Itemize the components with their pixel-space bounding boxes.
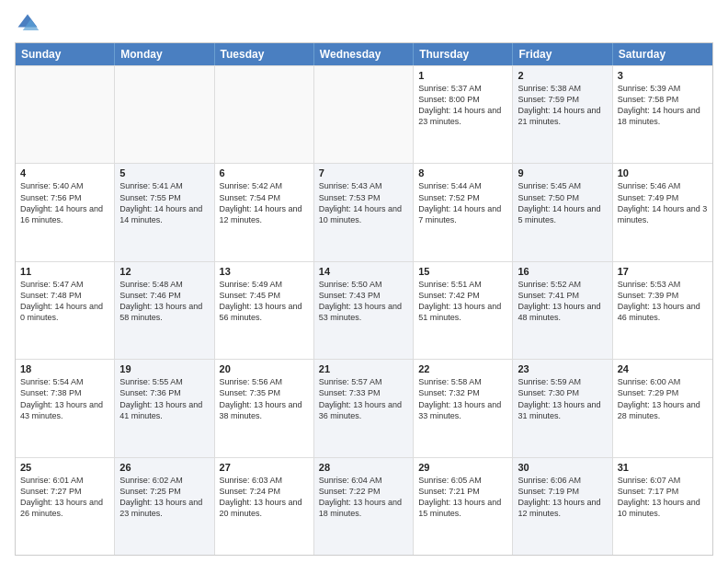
cell-details: Sunrise: 5:54 AM Sunset: 7:38 PM Dayligh… — [20, 376, 109, 421]
calendar-cell: 19Sunrise: 5:55 AM Sunset: 7:36 PM Dayli… — [115, 360, 214, 456]
page: SundayMondayTuesdayWednesdayThursdayFrid… — [0, 0, 728, 563]
day-number: 15 — [418, 266, 507, 277]
calendar-cell — [115, 66, 214, 163]
calendar-cell: 21Sunrise: 5:57 AM Sunset: 7:33 PM Dayli… — [314, 360, 414, 456]
cell-details: Sunrise: 5:47 AM Sunset: 7:48 PM Dayligh… — [20, 279, 109, 324]
calendar-cell: 24Sunrise: 6:00 AM Sunset: 7:29 PM Dayli… — [613, 360, 712, 456]
cell-details: Sunrise: 6:00 AM Sunset: 7:29 PM Dayligh… — [618, 376, 708, 421]
day-number: 1 — [418, 70, 507, 81]
cell-details: Sunrise: 6:05 AM Sunset: 7:21 PM Dayligh… — [418, 475, 507, 520]
day-number: 10 — [618, 167, 708, 178]
cell-details: Sunrise: 5:41 AM Sunset: 7:55 PM Dayligh… — [119, 180, 209, 225]
day-number: 27 — [220, 462, 309, 473]
cell-details: Sunrise: 5:45 AM Sunset: 7:50 PM Dayligh… — [518, 180, 607, 225]
day-number: 14 — [319, 266, 408, 277]
day-number: 3 — [618, 70, 708, 81]
calendar-cell: 28Sunrise: 6:04 AM Sunset: 7:22 PM Dayli… — [314, 458, 414, 555]
day-number: 31 — [618, 462, 708, 473]
calendar-cell: 4Sunrise: 5:40 AM Sunset: 7:56 PM Daylig… — [16, 164, 115, 260]
calendar-day-header: Thursday — [414, 43, 513, 65]
calendar-day-header: Tuesday — [215, 43, 314, 65]
calendar-cell: 30Sunrise: 6:06 AM Sunset: 7:19 PM Dayli… — [513, 458, 612, 555]
cell-details: Sunrise: 5:38 AM Sunset: 7:59 PM Dayligh… — [518, 83, 607, 128]
cell-details: Sunrise: 5:44 AM Sunset: 7:52 PM Dayligh… — [418, 180, 507, 225]
calendar-body: 1Sunrise: 5:37 AM Sunset: 8:00 PM Daylig… — [16, 65, 712, 555]
cell-details: Sunrise: 6:06 AM Sunset: 7:19 PM Dayligh… — [518, 475, 607, 520]
calendar-cell: 11Sunrise: 5:47 AM Sunset: 7:48 PM Dayli… — [16, 262, 115, 359]
day-number: 11 — [20, 266, 109, 277]
cell-details: Sunrise: 5:52 AM Sunset: 7:41 PM Dayligh… — [518, 279, 607, 324]
cell-details: Sunrise: 5:46 AM Sunset: 7:49 PM Dayligh… — [618, 180, 708, 225]
day-number: 17 — [618, 266, 708, 277]
logo-icon — [15, 11, 40, 37]
calendar-cell: 13Sunrise: 5:49 AM Sunset: 7:45 PM Dayli… — [215, 262, 314, 359]
cell-details: Sunrise: 5:58 AM Sunset: 7:32 PM Dayligh… — [418, 376, 507, 421]
header — [15, 11, 713, 37]
day-number: 26 — [119, 462, 209, 473]
calendar-cell: 31Sunrise: 6:07 AM Sunset: 7:17 PM Dayli… — [613, 458, 712, 555]
calendar-cell: 6Sunrise: 5:42 AM Sunset: 7:54 PM Daylig… — [215, 164, 314, 260]
day-number: 13 — [220, 266, 309, 277]
calendar-cell: 3Sunrise: 5:39 AM Sunset: 7:58 PM Daylig… — [613, 66, 712, 163]
cell-details: Sunrise: 5:39 AM Sunset: 7:58 PM Dayligh… — [618, 83, 708, 128]
calendar-cell: 16Sunrise: 5:52 AM Sunset: 7:41 PM Dayli… — [513, 262, 612, 359]
day-number: 18 — [20, 363, 109, 374]
calendar-cell: 14Sunrise: 5:50 AM Sunset: 7:43 PM Dayli… — [314, 262, 414, 359]
calendar-day-header: Saturday — [613, 43, 712, 65]
day-number: 19 — [119, 363, 209, 374]
cell-details: Sunrise: 5:49 AM Sunset: 7:45 PM Dayligh… — [220, 279, 309, 324]
day-number: 28 — [319, 462, 408, 473]
calendar-cell: 9Sunrise: 5:45 AM Sunset: 7:50 PM Daylig… — [513, 164, 612, 260]
calendar-cell — [314, 66, 414, 163]
calendar-day-header: Monday — [115, 43, 214, 65]
cell-details: Sunrise: 5:51 AM Sunset: 7:42 PM Dayligh… — [418, 279, 507, 324]
cell-details: Sunrise: 5:55 AM Sunset: 7:36 PM Dayligh… — [119, 376, 209, 421]
day-number: 23 — [518, 363, 607, 374]
calendar-cell: 25Sunrise: 6:01 AM Sunset: 7:27 PM Dayli… — [16, 458, 115, 555]
day-number: 7 — [319, 167, 408, 178]
calendar-cell: 23Sunrise: 5:59 AM Sunset: 7:30 PM Dayli… — [513, 360, 612, 456]
calendar-cell: 7Sunrise: 5:43 AM Sunset: 7:53 PM Daylig… — [314, 164, 414, 260]
cell-details: Sunrise: 5:37 AM Sunset: 8:00 PM Dayligh… — [418, 83, 507, 128]
day-number: 24 — [618, 363, 708, 374]
calendar-cell: 18Sunrise: 5:54 AM Sunset: 7:38 PM Dayli… — [16, 360, 115, 456]
cell-details: Sunrise: 6:03 AM Sunset: 7:24 PM Dayligh… — [220, 475, 309, 520]
calendar-day-header: Wednesday — [314, 43, 414, 65]
calendar-cell: 29Sunrise: 6:05 AM Sunset: 7:21 PM Dayli… — [414, 458, 513, 555]
day-number: 30 — [518, 462, 607, 473]
day-number: 2 — [518, 70, 607, 81]
day-number: 29 — [418, 462, 507, 473]
day-number: 12 — [119, 266, 209, 277]
cell-details: Sunrise: 6:01 AM Sunset: 7:27 PM Dayligh… — [20, 475, 109, 520]
calendar-cell: 5Sunrise: 5:41 AM Sunset: 7:55 PM Daylig… — [115, 164, 214, 260]
calendar-cell: 1Sunrise: 5:37 AM Sunset: 8:00 PM Daylig… — [414, 66, 513, 163]
day-number: 8 — [418, 167, 507, 178]
calendar-week: 4Sunrise: 5:40 AM Sunset: 7:56 PM Daylig… — [16, 163, 712, 260]
calendar-cell: 15Sunrise: 5:51 AM Sunset: 7:42 PM Dayli… — [414, 262, 513, 359]
calendar-cell — [215, 66, 314, 163]
cell-details: Sunrise: 5:59 AM Sunset: 7:30 PM Dayligh… — [518, 376, 607, 421]
cell-details: Sunrise: 6:04 AM Sunset: 7:22 PM Dayligh… — [319, 475, 408, 520]
cell-details: Sunrise: 5:56 AM Sunset: 7:35 PM Dayligh… — [220, 376, 309, 421]
calendar-header-row: SundayMondayTuesdayWednesdayThursdayFrid… — [16, 43, 712, 65]
cell-details: Sunrise: 5:57 AM Sunset: 7:33 PM Dayligh… — [319, 376, 408, 421]
logo — [15, 11, 44, 37]
day-number: 6 — [220, 167, 309, 178]
calendar-week: 18Sunrise: 5:54 AM Sunset: 7:38 PM Dayli… — [16, 359, 712, 456]
cell-details: Sunrise: 5:48 AM Sunset: 7:46 PM Dayligh… — [119, 279, 209, 324]
day-number: 9 — [518, 167, 607, 178]
day-number: 22 — [418, 363, 507, 374]
day-number: 21 — [319, 363, 408, 374]
cell-details: Sunrise: 5:50 AM Sunset: 7:43 PM Dayligh… — [319, 279, 408, 324]
cell-details: Sunrise: 6:02 AM Sunset: 7:25 PM Dayligh… — [119, 475, 209, 520]
day-number: 5 — [119, 167, 209, 178]
day-number: 4 — [20, 167, 109, 178]
cell-details: Sunrise: 5:53 AM Sunset: 7:39 PM Dayligh… — [618, 279, 708, 324]
calendar: SundayMondayTuesdayWednesdayThursdayFrid… — [15, 42, 713, 556]
calendar-cell: 17Sunrise: 5:53 AM Sunset: 7:39 PM Dayli… — [613, 262, 712, 359]
calendar-week: 25Sunrise: 6:01 AM Sunset: 7:27 PM Dayli… — [16, 457, 712, 555]
cell-details: Sunrise: 5:42 AM Sunset: 7:54 PM Dayligh… — [220, 180, 309, 225]
calendar-day-header: Sunday — [16, 43, 115, 65]
calendar-cell: 2Sunrise: 5:38 AM Sunset: 7:59 PM Daylig… — [513, 66, 612, 163]
day-number: 16 — [518, 266, 607, 277]
